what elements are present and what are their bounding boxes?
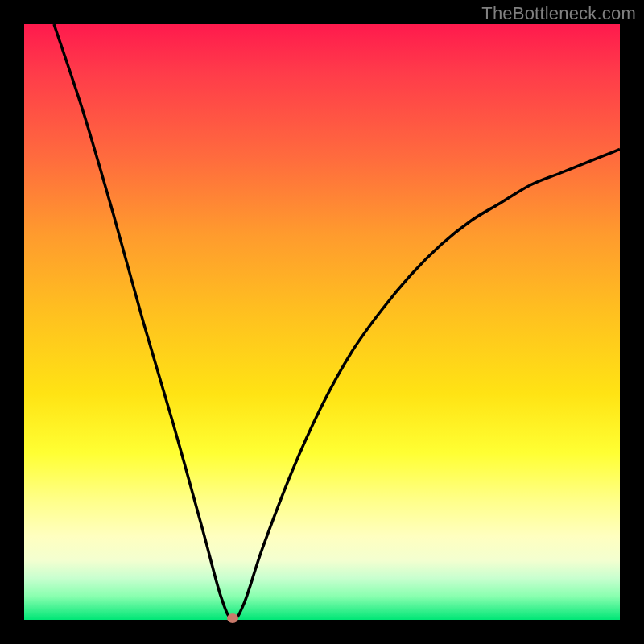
chart-frame: TheBottleneck.com (0, 0, 644, 644)
curve-svg (24, 24, 620, 620)
plot-area (24, 24, 620, 620)
watermark-text: TheBottleneck.com (481, 3, 636, 24)
bottleneck-curve (54, 24, 620, 620)
minimum-marker (227, 613, 238, 623)
